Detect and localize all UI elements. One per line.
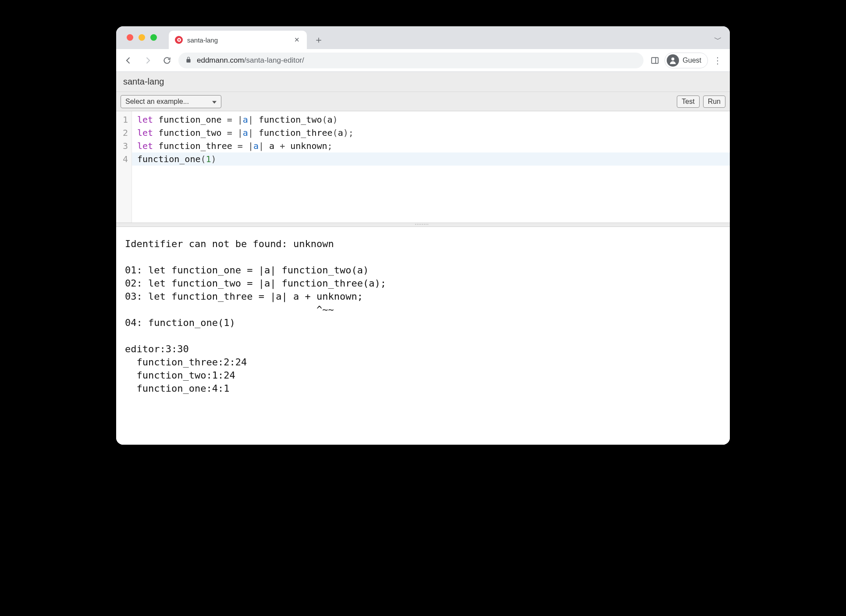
token-fn: function_one xyxy=(137,154,201,164)
token-sp xyxy=(222,127,227,138)
token-punc: = xyxy=(227,127,232,138)
token-param: a xyxy=(243,127,248,138)
token-sp xyxy=(243,141,248,151)
token-sp xyxy=(253,127,259,138)
token-sp xyxy=(232,141,238,151)
run-button[interactable]: Run xyxy=(703,96,725,108)
address-bar[interactable]: eddmann.com/santa-lang-editor/ xyxy=(178,53,643,68)
token-punc: ( xyxy=(322,114,327,125)
editor-gutter: 1234 xyxy=(116,111,132,223)
token-sp xyxy=(285,141,290,151)
tabs-container: ✪ santa-lang ✕ ＋ xyxy=(169,26,326,49)
token-fn: unknown xyxy=(290,141,327,151)
token-sp xyxy=(153,114,158,125)
browser-window: ✪ santa-lang ✕ ＋ ﹀ eddmann.com/santa-lan… xyxy=(116,26,730,445)
avatar-icon xyxy=(667,54,679,67)
svg-point-2 xyxy=(672,57,675,60)
line-number: 3 xyxy=(118,139,128,152)
token-let: let xyxy=(137,114,153,125)
token-param: a xyxy=(253,141,259,151)
token-punc: ( xyxy=(201,154,206,164)
token-punc: | xyxy=(238,114,243,125)
token-fn: function_two xyxy=(158,127,222,138)
tabs-overflow-button[interactable]: ﹀ xyxy=(714,34,722,45)
token-sp xyxy=(232,114,238,125)
token-let: let xyxy=(137,141,153,151)
line-number: 1 xyxy=(118,113,128,126)
token-punc: ) xyxy=(333,114,338,125)
code-line[interactable]: let function_three = |a| a + unknown; xyxy=(137,139,730,152)
profile-label: Guest xyxy=(682,57,701,64)
code-line[interactable]: let function_one = |a| function_two(a) xyxy=(137,113,730,126)
url-text: eddmann.com/santa-lang-editor/ xyxy=(197,56,304,65)
browser-toolbar: eddmann.com/santa-lang-editor/ Guest ⋮ xyxy=(116,49,730,72)
token-punc: ) xyxy=(211,154,217,164)
browser-menu-button[interactable]: ⋮ xyxy=(710,53,725,68)
token-fn: function_three xyxy=(158,141,232,151)
pane-divider[interactable] xyxy=(116,223,730,227)
code-editor[interactable]: 1234 let function_one = |a| function_two… xyxy=(116,111,730,223)
line-number: 2 xyxy=(118,126,128,139)
new-tab-button[interactable]: ＋ xyxy=(311,32,326,47)
token-punc: + xyxy=(280,141,285,151)
app-root: santa-lang Select an example... Test Run… xyxy=(116,72,730,445)
tab-close-button[interactable]: ✕ xyxy=(293,36,301,44)
page-title: santa-lang xyxy=(123,77,164,87)
token-punc: ( xyxy=(333,127,338,138)
token-punc: | xyxy=(259,141,264,151)
app-title-bar: santa-lang xyxy=(116,72,730,92)
token-punc: = xyxy=(227,114,232,125)
token-fn: a xyxy=(269,141,274,151)
tab-favicon: ✪ xyxy=(175,36,183,44)
token-fn: a xyxy=(338,127,343,138)
code-line[interactable]: function_one(1) xyxy=(132,152,730,166)
code-line[interactable]: let function_two = |a| function_three(a)… xyxy=(137,126,730,139)
token-let: let xyxy=(137,127,153,138)
window-minimize-button[interactable] xyxy=(139,34,145,41)
browser-tabstrip: ✪ santa-lang ✕ ＋ ﹀ xyxy=(116,26,730,49)
side-panel-icon[interactable] xyxy=(647,53,663,68)
window-maximize-button[interactable] xyxy=(150,34,157,41)
token-sp xyxy=(264,141,269,151)
token-punc: ) xyxy=(343,127,348,138)
svg-rect-0 xyxy=(652,57,658,63)
token-sp xyxy=(222,114,227,125)
token-sp xyxy=(232,127,238,138)
tab-title: santa-lang xyxy=(187,36,288,44)
url-host: eddmann.com xyxy=(197,56,244,64)
output-pane: Identifier can not be found: unknown 01:… xyxy=(116,227,730,445)
token-punc: | xyxy=(238,127,243,138)
window-close-button[interactable] xyxy=(127,34,133,41)
profile-badge[interactable]: Guest xyxy=(665,53,708,68)
nav-forward-button[interactable] xyxy=(140,53,156,68)
divider-grip-icon xyxy=(415,224,431,226)
token-param: a xyxy=(243,114,248,125)
line-number: 4 xyxy=(118,152,128,166)
token-sp xyxy=(153,141,158,151)
example-select-label: Select an example... xyxy=(125,98,189,106)
token-sp xyxy=(153,127,158,138)
token-punc: = xyxy=(238,141,243,151)
token-sp xyxy=(274,141,280,151)
token-fn: function_three xyxy=(259,127,333,138)
tab-favicon-glyph: ✪ xyxy=(177,37,181,43)
app-toolbar: Select an example... Test Run xyxy=(116,92,730,111)
browser-tab-active[interactable]: ✪ santa-lang ✕ xyxy=(169,31,307,49)
nav-back-button[interactable] xyxy=(121,53,136,68)
token-sp xyxy=(253,114,259,125)
example-select[interactable]: Select an example... xyxy=(121,95,221,108)
token-fn: function_two xyxy=(259,114,322,125)
token-punc: ; xyxy=(327,141,333,151)
browser-right-controls: Guest ⋮ xyxy=(647,53,725,68)
token-fn: a xyxy=(327,114,333,125)
token-num: 1 xyxy=(206,154,211,164)
nav-reload-button[interactable] xyxy=(159,53,175,68)
token-fn: function_one xyxy=(158,114,222,125)
token-punc: | xyxy=(248,127,253,138)
token-punc: | xyxy=(248,114,253,125)
editor-code-area[interactable]: let function_one = |a| function_two(a)le… xyxy=(132,111,730,223)
window-controls xyxy=(127,34,157,41)
test-button[interactable]: Test xyxy=(677,96,699,108)
token-punc: | xyxy=(248,141,253,151)
token-punc: ; xyxy=(348,127,354,138)
